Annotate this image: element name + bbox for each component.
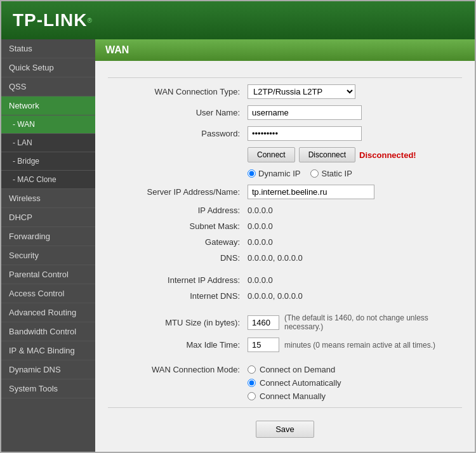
server-ip-input[interactable] xyxy=(248,185,374,199)
sidebar-item-forwarding[interactable]: Forwarding xyxy=(1,227,95,246)
header: TP-LINK® xyxy=(1,1,475,39)
ip-mode-radio-group: Dynamic IP Static IP xyxy=(248,169,352,178)
wan-mode-manual-radio[interactable] xyxy=(248,392,256,400)
wan-type-select[interactable]: L2TP/Russia L2TP xyxy=(248,84,355,99)
sidebar-item-mac-clone[interactable]: - MAC Clone xyxy=(1,171,95,189)
dynamic-ip-label: Dynamic IP xyxy=(258,169,300,178)
logo-trademark: ® xyxy=(87,17,91,24)
sidebar-item-wireless[interactable]: Wireless xyxy=(1,189,95,208)
wan-mode-radio-group: Connect on Demand Connect Automatically … xyxy=(248,365,341,401)
mtu-label: MTU Size (in bytes): xyxy=(108,318,248,327)
sidebar-item-network[interactable]: Network xyxy=(1,96,95,115)
sidebar-item-bridge[interactable]: - Bridge xyxy=(1,152,95,171)
sidebar-item-dynamic-dns[interactable]: Dynamic DNS xyxy=(1,360,95,379)
internet-dns-label: Internet DNS: xyxy=(108,291,248,301)
dns-label: DNS: xyxy=(108,253,248,263)
static-ip-radio[interactable] xyxy=(310,169,319,178)
wan-mode-auto-option[interactable]: Connect Automatically xyxy=(248,378,341,388)
wan-mode-auto-radio[interactable] xyxy=(248,379,256,387)
username-row: User Name: xyxy=(108,105,462,120)
sidebar-item-quick-setup[interactable]: Quick Setup xyxy=(1,58,95,77)
internet-ip-value: 0.0.0.0 xyxy=(248,275,273,285)
wan-connection-type-row: WAN Connection Type: L2TP/Russia L2TP xyxy=(108,84,462,99)
sidebar-item-qss[interactable]: QSS xyxy=(1,77,95,96)
dynamic-ip-radio[interactable] xyxy=(248,169,256,178)
wan-mode-manual-option[interactable]: Connect Manually xyxy=(248,391,341,401)
password-row: Password: xyxy=(108,126,462,141)
static-ip-label: Static IP xyxy=(321,169,352,178)
sidebar-item-bandwidth-control[interactable]: Bandwidth Control xyxy=(1,322,95,341)
content-body: WAN Connection Type: L2TP/Russia L2TP Us… xyxy=(95,61,475,452)
gateway-label: Gateway: xyxy=(108,237,248,247)
subnet-mask-value: 0.0.0.0 xyxy=(248,221,273,231)
sidebar-item-lan[interactable]: - LAN xyxy=(1,134,95,152)
wan-mode-demand-radio[interactable] xyxy=(248,365,256,374)
idle-time-row: Max Idle Time: minutes (0 means remain a… xyxy=(108,338,462,352)
bottom-divider xyxy=(108,407,462,408)
mtu-input[interactable] xyxy=(248,315,279,330)
main-layout: StatusQuick SetupQSSNetwork- WAN- LAN- B… xyxy=(1,39,475,452)
static-ip-option[interactable]: Static IP xyxy=(310,169,352,178)
internet-dns-value: 0.0.0.0, 0.0.0.0 xyxy=(248,291,303,301)
ip-address-row: IP Address: 0.0.0.0 xyxy=(108,206,462,215)
wan-mode-demand-label: Connect on Demand xyxy=(260,365,335,374)
wan-type-select-wrap: L2TP/Russia L2TP xyxy=(248,84,355,99)
connect-button[interactable]: Connect xyxy=(248,147,295,162)
internet-dns-row: Internet DNS: 0.0.0.0, 0.0.0.0 xyxy=(108,291,462,301)
sidebar-item-wan[interactable]: - WAN xyxy=(1,115,95,134)
wan-mode-manual-label: Connect Manually xyxy=(260,391,326,401)
ip-address-label: IP Address: xyxy=(108,206,248,215)
ip-mode-row: Dynamic IP Static IP xyxy=(108,169,462,178)
server-ip-row: Server IP Address/Name: xyxy=(108,185,462,199)
disconnect-button[interactable]: Disconnect xyxy=(299,147,355,162)
wan-mode-row: WAN Connection Mode: Connect on Demand C… xyxy=(108,365,462,401)
mtu-note: (The default is 1460, do not change unle… xyxy=(284,313,462,331)
mtu-row: MTU Size (in bytes): (The default is 146… xyxy=(108,313,462,331)
idle-time-label: Max Idle Time: xyxy=(108,340,248,350)
gateway-row: Gateway: 0.0.0.0 xyxy=(108,237,462,247)
wan-mode-auto-label: Connect Automatically xyxy=(260,378,341,388)
username-label: User Name: xyxy=(108,108,248,117)
sidebar-item-ip-mac-binding[interactable]: IP & MAC Binding xyxy=(1,341,95,360)
dynamic-ip-option[interactable]: Dynamic IP xyxy=(248,169,300,178)
logo: TP-LINK xyxy=(13,10,87,30)
page-title: WAN xyxy=(95,39,475,61)
gateway-value: 0.0.0.0 xyxy=(248,237,273,247)
server-ip-label: Server IP Address/Name: xyxy=(108,187,248,197)
dns-value: 0.0.0.0, 0.0.0.0 xyxy=(248,253,303,263)
password-label: Password: xyxy=(108,129,248,138)
password-input[interactable] xyxy=(248,126,362,141)
save-button[interactable]: Save xyxy=(256,421,314,438)
sidebar-item-security[interactable]: Security xyxy=(1,246,95,265)
sidebar-item-status[interactable]: Status xyxy=(1,39,95,58)
username-input[interactable] xyxy=(248,105,362,120)
internet-ip-label: Internet IP Address: xyxy=(108,275,248,285)
wan-type-label: WAN Connection Type: xyxy=(108,87,248,96)
sidebar-item-system-tools[interactable]: System Tools xyxy=(1,379,95,398)
app-frame: TP-LINK® StatusQuick SetupQSSNetwork- WA… xyxy=(0,0,476,453)
sidebar-item-advanced-routing[interactable]: Advanced Routing xyxy=(1,303,95,322)
sidebar-item-access-control[interactable]: Access Control xyxy=(1,284,95,303)
subnet-mask-row: Subnet Mask: 0.0.0.0 xyxy=(108,221,462,231)
sidebar-item-dhcp[interactable]: DHCP xyxy=(1,208,95,227)
connection-status: Disconnected! xyxy=(359,150,416,160)
subnet-mask-label: Subnet Mask: xyxy=(108,221,248,231)
idle-time-note: minutes (0 means remain active at all ti… xyxy=(284,341,435,350)
wan-mode-label: WAN Connection Mode: xyxy=(108,365,248,374)
sidebar-item-parental-control[interactable]: Parental Control xyxy=(1,265,95,284)
connect-row: Connect Disconnect Disconnected! xyxy=(108,147,462,162)
top-divider xyxy=(108,77,462,78)
wan-mode-demand-option[interactable]: Connect on Demand xyxy=(248,365,341,374)
ip-address-value: 0.0.0.0 xyxy=(248,206,273,215)
internet-ip-row: Internet IP Address: 0.0.0.0 xyxy=(108,275,462,285)
content-area: WAN WAN Connection Type: L2TP/Russia L2T… xyxy=(95,39,475,452)
save-row: Save xyxy=(108,421,462,448)
idle-time-input[interactable] xyxy=(248,338,279,352)
sidebar: StatusQuick SetupQSSNetwork- WAN- LAN- B… xyxy=(1,39,95,452)
dns-row: DNS: 0.0.0.0, 0.0.0.0 xyxy=(108,253,462,263)
